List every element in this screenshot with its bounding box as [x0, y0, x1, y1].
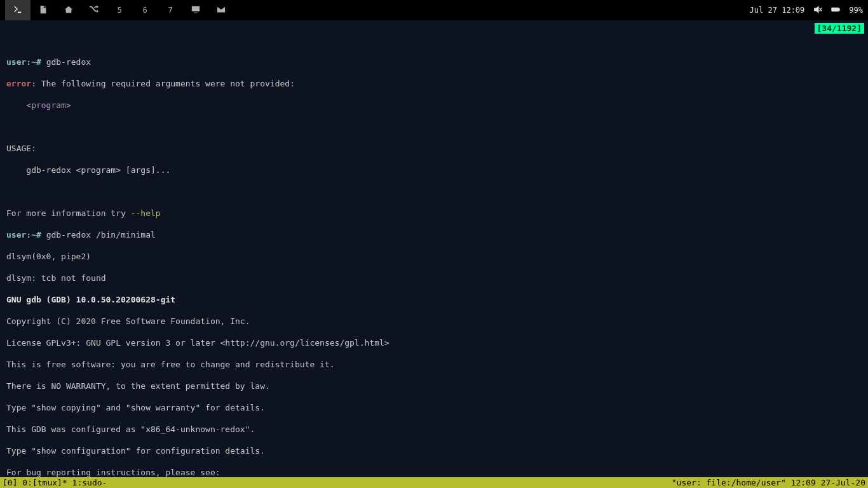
- top-panel: 5 6 7 Jul 27 12:09 99%: [0, 0, 868, 20]
- terminal-icon: [13, 5, 22, 16]
- more-info-line: For more information try --help: [6, 208, 862, 219]
- workspace-2[interactable]: [31, 0, 56, 20]
- mail-icon: [217, 5, 226, 16]
- error-arg-line: <program>: [6, 100, 862, 111]
- svg-rect-2: [832, 8, 839, 10]
- shuffle-icon: [90, 5, 98, 16]
- workspace-3[interactable]: [56, 0, 81, 20]
- clock[interactable]: Jul 27 12:09: [750, 6, 805, 15]
- battery-percent: 99%: [849, 6, 863, 15]
- svg-rect-1: [839, 8, 839, 10]
- output-line: dlsym: tcb not found: [6, 273, 862, 283]
- output-line: For bug reporting instructions, please s…: [6, 467, 862, 478]
- document-icon: [39, 5, 48, 16]
- output-line: dlsym(0x0, pipe2): [6, 251, 862, 262]
- prompt-line: user:~# gdb-redox: [6, 57, 862, 67]
- output-line: Copyright (C) 2020 Free Software Foundat…: [6, 316, 862, 327]
- workspace-4[interactable]: [81, 0, 107, 20]
- scroll-position-indicator: [34/1192]: [815, 23, 864, 34]
- workspace-5[interactable]: 5: [107, 0, 132, 20]
- output-line: There is NO WARRANTY, to the extent perm…: [6, 381, 862, 391]
- workspace-6[interactable]: 6: [132, 0, 158, 20]
- tmux-session-info: "user: file:/home/user" 12:09 27-Jul-20: [672, 477, 865, 488]
- output-line: Type "show copying" and "show warranty" …: [6, 402, 862, 413]
- workspace-7[interactable]: 7: [158, 0, 183, 20]
- terminal-window[interactable]: [34/1192] user:~# gdb-redox error: The f…: [0, 20, 868, 488]
- output-line: License GPLv3+: GNU GPL version 3 or lat…: [6, 337, 862, 348]
- monitor-icon: [191, 5, 200, 16]
- tmux-windows[interactable]: [0] 0:[tmux]* 1:sudo-: [3, 477, 107, 488]
- output-line: Type "show configuration" for configurat…: [6, 445, 862, 456]
- prompt-line: user:~# gdb-redox /bin/minimal: [6, 229, 862, 240]
- tmux-status-bar[interactable]: [0] 0:[tmux]* 1:sudo- "user: file:/home/…: [0, 477, 868, 488]
- workspace-switcher: 5 6 7: [5, 0, 234, 20]
- volume-mute-icon[interactable]: [813, 5, 822, 16]
- output-line: This is free software: you are free to c…: [6, 359, 862, 370]
- system-tray: Jul 27 12:09 99%: [750, 5, 863, 16]
- error-line: error: The following required arguments …: [6, 78, 862, 89]
- workspace-9[interactable]: [208, 0, 234, 20]
- usage-header: USAGE:: [6, 143, 862, 154]
- usage-line: gdb-redox <program> [args]...: [6, 165, 862, 175]
- battery-icon[interactable]: [831, 5, 840, 16]
- output-line: This GDB was configured as "x86_64-unkno…: [6, 424, 862, 435]
- home-icon: [64, 5, 73, 16]
- workspace-1[interactable]: [5, 0, 31, 20]
- gdb-version: GNU gdb (GDB) 10.0.50.20200628-git: [6, 294, 862, 305]
- workspace-8[interactable]: [183, 0, 208, 20]
